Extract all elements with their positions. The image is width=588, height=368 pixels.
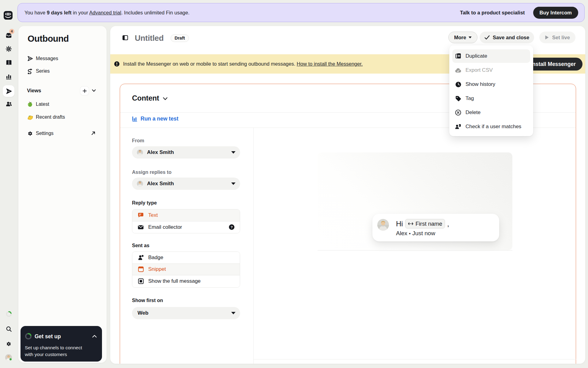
- svg-text:?: ?: [231, 225, 233, 229]
